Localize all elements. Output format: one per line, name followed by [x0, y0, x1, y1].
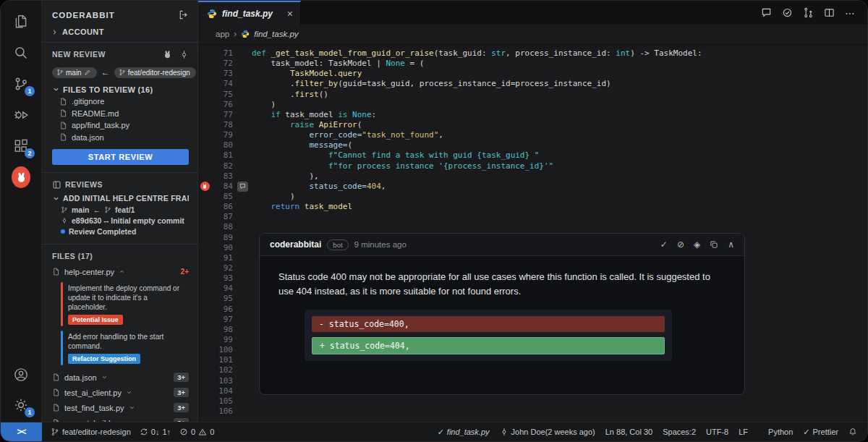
- account-icon[interactable]: [12, 365, 30, 384]
- comment-type-badge: Refactor Suggestion: [68, 354, 140, 364]
- base-branch-pill[interactable]: main: [52, 67, 97, 78]
- code-line-85[interactable]: 85 ): [198, 192, 867, 202]
- compare-changes-icon[interactable]: [803, 7, 814, 18]
- file-list: data.json3+test_ai_client.py3+test_find_…: [52, 370, 189, 423]
- comment-count-badge: 3+: [174, 388, 189, 397]
- python-icon: [241, 30, 250, 38]
- indentation-indicator[interactable]: Spaces:2: [663, 428, 696, 436]
- dismiss-icon[interactable]: ⊘: [677, 239, 684, 250]
- code-line-72[interactable]: 72 task_model: TaskModel | None = (: [198, 59, 867, 69]
- settings-gear-icon[interactable]: 1: [12, 396, 30, 415]
- review-commit[interactable]: e89d630 -- Initial empty commit: [52, 215, 189, 226]
- rabbit-outline-icon[interactable]: [163, 50, 172, 59]
- collapse-icon[interactable]: ∧: [728, 239, 734, 250]
- breadcrumb[interactable]: app › find_task.py: [198, 25, 867, 43]
- copy-icon[interactable]: [710, 240, 718, 249]
- start-review-button[interactable]: START REVIEW: [52, 149, 189, 165]
- commit-icon[interactable]: [179, 50, 189, 59]
- code-line-77[interactable]: 77 if task_model is None:: [198, 110, 867, 120]
- code-line-79[interactable]: 79 error_code="task_not_found",: [198, 130, 867, 140]
- file-to-review-item[interactable]: README.md: [52, 108, 189, 120]
- encoding-indicator[interactable]: UTF-8: [706, 428, 728, 436]
- sync-indicator[interactable]: 0↓ 1↑: [140, 428, 171, 436]
- comment-icon[interactable]: [761, 7, 772, 18]
- code-line-76[interactable]: 76 ): [198, 100, 867, 110]
- code-line-84[interactable]: 84 status_code=404,: [198, 182, 867, 192]
- files-to-review-header[interactable]: FILES TO REVIEW (16): [52, 83, 189, 95]
- code-line-106[interactable]: 106: [198, 407, 867, 417]
- account-section[interactable]: ACCOUNT: [42, 23, 197, 42]
- file-icon: [52, 268, 60, 276]
- status-dot: [61, 229, 65, 234]
- resolve-icon[interactable]: ✓: [660, 239, 668, 250]
- apply-suggestion-icon[interactable]: ◈: [694, 239, 700, 250]
- blame-indicator[interactable]: John Doe(2 weeks ago): [500, 428, 595, 436]
- tab-find-task[interactable]: find_task.py ×: [198, 1, 301, 25]
- eol-indicator[interactable]: LF: [739, 428, 748, 436]
- chevron-up-icon: [119, 268, 125, 275]
- close-icon[interactable]: ×: [287, 9, 293, 19]
- code-line-88[interactable]: 88: [198, 222, 867, 232]
- code-line-74[interactable]: 74 .filter_by(guid=task_guid, process_in…: [198, 79, 867, 89]
- check-circle-icon[interactable]: [782, 7, 793, 18]
- settings-badge: 1: [25, 407, 35, 417]
- comment-header: coderabbitai bot 9 minutes ago ✓ ⊘ ◈ ∧: [260, 234, 744, 256]
- language-indicator[interactable]: Python: [768, 428, 793, 436]
- file-item-expanded[interactable]: help-center.py 2+: [52, 264, 189, 279]
- code-editor[interactable]: 71def _get_task_model_from_guid_or_raise…: [198, 43, 867, 423]
- code-line-81[interactable]: 81 f"Cannot find a task with guid {task_…: [198, 150, 867, 161]
- tab-bar: find_task.py × ⋯: [198, 1, 867, 25]
- breadcrumb-file[interactable]: find_task.py: [254, 30, 298, 38]
- cursor-position[interactable]: Ln 88, Col 30: [605, 428, 652, 436]
- arrow-left-icon: ←: [101, 67, 110, 77]
- file-to-review-item[interactable]: data.json: [52, 132, 189, 144]
- file-item[interactable]: data.json3+: [52, 370, 189, 385]
- file-to-review-item[interactable]: app/find_task.py: [52, 119, 189, 132]
- code-line-80[interactable]: 80 message=(: [198, 140, 867, 150]
- file-comment[interactable]: Implement the deploy command or update i…: [61, 282, 184, 326]
- problems-indicator[interactable]: 0 0: [179, 428, 214, 436]
- commit-icon: [500, 428, 509, 436]
- explorer-icon[interactable]: [12, 12, 30, 31]
- chevron-down-icon: [126, 389, 132, 396]
- more-actions-icon[interactable]: ⋯: [845, 7, 856, 19]
- files-to-review-list: .gitignoreREADME.mdapp/find_task.pydata.…: [52, 95, 189, 143]
- source-control-icon[interactable]: 1: [12, 75, 30, 93]
- reviews-icon: [52, 180, 61, 190]
- file-icon: [59, 122, 67, 129]
- files-header: FILES (17): [52, 252, 93, 260]
- comment-bubble-icon[interactable]: [237, 182, 248, 192]
- file-check-indicator[interactable]: ✓ find_task.py: [438, 428, 490, 437]
- notifications-bell-icon[interactable]: [848, 428, 857, 436]
- code-line-86[interactable]: 86 return task_model: [198, 202, 867, 212]
- check-icon: ✓: [438, 428, 444, 437]
- file-item[interactable]: test_ai_client.py3+: [52, 385, 189, 400]
- search-icon[interactable]: [12, 43, 30, 62]
- remote-indicator-icon[interactable]: ><: [1, 422, 42, 441]
- code-line-82[interactable]: 82 f"for process instance '{process_inst…: [198, 161, 867, 171]
- run-debug-icon[interactable]: [12, 106, 30, 124]
- file-item[interactable]: test_find_task.py3+: [52, 400, 189, 415]
- review-entry[interactable]: ADD INITIAL HELP CENTRE FRAMEWOR...: [52, 192, 189, 204]
- code-line-83[interactable]: 83 ),: [198, 171, 867, 182]
- breadcrumb-folder[interactable]: app: [216, 30, 229, 38]
- code-line-78[interactable]: 78 raise ApiError(: [198, 120, 867, 130]
- code-line-75[interactable]: 75 .first(): [198, 90, 867, 100]
- warning-icon: [198, 428, 207, 436]
- rabbit-icon: [12, 166, 30, 188]
- file-comment[interactable]: Add error handling to the start command.…: [61, 331, 184, 365]
- coderabbit-icon[interactable]: [12, 168, 30, 187]
- code-line-71[interactable]: 71def _get_task_model_from_guid_or_raise…: [198, 48, 867, 59]
- branch-indicator[interactable]: feat/editor-redesign: [51, 428, 131, 436]
- sign-out-icon[interactable]: [178, 9, 189, 20]
- code-line-87[interactable]: 87: [198, 212, 867, 222]
- code-line-73[interactable]: 73 TaskModel.query: [198, 69, 867, 79]
- coderabbit-gutter-icon[interactable]: [200, 182, 210, 191]
- formatter-indicator[interactable]: ✓ Prettier: [803, 428, 838, 437]
- account-label: ACCOUNT: [62, 27, 104, 36]
- extensions-icon[interactable]: 2: [12, 137, 30, 156]
- compare-branch-pill[interactable]: feat/editor-redesign: [114, 67, 196, 78]
- code-line-105[interactable]: 105: [198, 396, 867, 407]
- file-to-review-item[interactable]: .gitignore: [52, 95, 189, 108]
- split-editor-icon[interactable]: [824, 7, 835, 18]
